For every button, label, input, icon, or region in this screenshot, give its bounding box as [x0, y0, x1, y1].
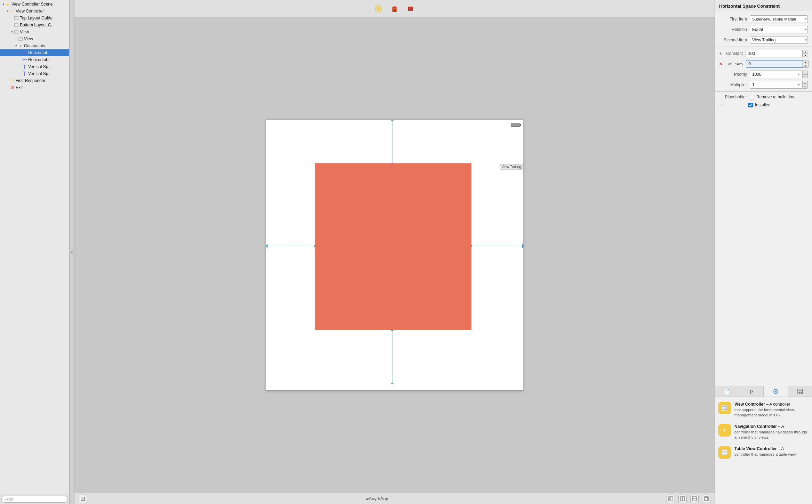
navigator-panel: ▶ View Controller Scene ⊙ View Controlle… — [0, 0, 70, 504]
film-icon-btn[interactable] — [405, 3, 416, 14]
toggle-constraints[interactable] — [14, 44, 18, 48]
battery-icon — [511, 123, 520, 127]
installed-row: + Installed — [715, 101, 812, 109]
svg-point-35 — [775, 391, 777, 392]
tree-item-view-child[interactable]: View — [0, 35, 69, 42]
nav-lib-text: Navigation Controller – A controller tha… — [734, 424, 809, 440]
drag-handle-icon: ❮ — [71, 250, 73, 254]
wc-hany-input[interactable] — [746, 60, 803, 68]
lib-tab-object[interactable] — [764, 386, 788, 397]
svg-rect-23 — [412, 9, 413, 10]
svg-rect-37 — [799, 390, 800, 391]
multiplier-stepper: ▴ ▾ — [802, 81, 808, 89]
view-trailing-label: View Trailing — [500, 164, 523, 170]
tree-item-vertical1[interactable]: Vertical Sp... — [0, 63, 69, 70]
tree-item-vc[interactable]: ⊙ View Controller — [0, 8, 69, 15]
first-item-control[interactable]: Superview.Trailing Margin ▾ — [750, 15, 808, 23]
constraint-right-line — [471, 246, 524, 246]
storyboard-icon-btn[interactable] — [79, 495, 87, 503]
wc-hany-minus-btn[interactable]: × — [719, 61, 722, 67]
view-parent-icon — [14, 30, 19, 34]
placeholder-row: Placeholder Remove at build time — [715, 93, 812, 101]
search-area — [0, 494, 69, 504]
divider2 — [715, 91, 812, 92]
tree-item-view-parent[interactable]: View — [0, 29, 69, 35]
wc-hany-row: × wC hAny ▴ ▾ — [715, 59, 812, 69]
installed-checkbox-label: Installed — [755, 103, 771, 107]
constant-label: Constant — [722, 51, 743, 56]
lib-tab-code[interactable]: {} — [739, 386, 764, 397]
svg-rect-22 — [412, 8, 413, 9]
library-items: View Controller – A controller that supp… — [715, 397, 812, 504]
wc-hany-label: wC hAny — [722, 62, 743, 66]
canvas-scroll[interactable]: View Trailing — [74, 17, 715, 493]
svg-rect-39 — [799, 392, 800, 393]
tree-item-bottom-layout[interactable]: Bottom Layout G... — [0, 22, 69, 29]
priority-stepper-up[interactable]: ▴ — [802, 71, 808, 74]
svg-rect-38 — [801, 390, 802, 391]
tree-item-vertical2[interactable]: Vertical Sp... — [0, 70, 69, 77]
lib-tab-file[interactable]: 📄 — [715, 386, 739, 397]
multiplier-control[interactable]: 1 ▾ — [750, 81, 802, 89]
lib-tab-media[interactable] — [788, 386, 812, 397]
relation-value: Equal — [752, 27, 763, 32]
layout-icon-btn2[interactable] — [678, 495, 687, 503]
drag-handle[interactable]: ❮ — [70, 0, 74, 504]
wc-hany-stepper-up[interactable]: ▴ — [803, 60, 809, 64]
installed-checkbox[interactable] — [748, 103, 753, 107]
multiplier-row: Multiplier 1 ▾ ▴ ▾ — [715, 80, 812, 90]
canvas-bottom-bar: wAny hAny — [74, 493, 715, 504]
priority-stepper-down[interactable]: ▾ — [802, 74, 808, 78]
svg-rect-36 — [798, 389, 803, 394]
layout-icon-btn4[interactable] — [702, 495, 710, 503]
lib-item-table-vc[interactable]: Table View Controller – A controller tha… — [715, 444, 812, 462]
constant-input[interactable] — [746, 50, 803, 57]
bottom-left-icons — [79, 495, 87, 503]
v-constraint2-icon — [22, 71, 27, 76]
svg-rect-20 — [408, 9, 409, 10]
tree-item-horizontal1[interactable]: Horizontal... — [0, 49, 69, 56]
constant-plus-btn[interactable]: + — [719, 51, 722, 56]
tree-item-horizontal2[interactable]: Horizontal... — [0, 56, 69, 63]
priority-control[interactable]: 1000 ▾ — [750, 71, 802, 78]
constant-stepper-down[interactable]: ▾ — [803, 54, 808, 57]
main-view-box[interactable] — [315, 163, 471, 330]
canvas-toolbar — [74, 0, 715, 17]
cube-icon-btn[interactable] — [389, 3, 400, 14]
table-lib-icon — [718, 446, 731, 459]
tree-item-exit[interactable]: ⊠ Exit — [0, 84, 69, 91]
tree-item-first-responder[interactable]: ⊙ First Responder — [0, 77, 69, 84]
circle-icon-btn[interactable] — [373, 3, 384, 14]
top-layout-icon — [14, 16, 19, 21]
relation-control[interactable]: Equal ▾ — [750, 26, 808, 33]
search-input[interactable] — [1, 496, 68, 503]
toggle-view-parent[interactable] — [10, 30, 14, 34]
svg-rect-0 — [15, 16, 18, 20]
tree-item-constraints[interactable]: ≡ Constraints — [0, 42, 69, 49]
vc-lib-icon — [718, 402, 731, 414]
svg-rect-18 — [408, 7, 409, 8]
layout-icon-btn3[interactable] — [690, 495, 699, 503]
installed-plus-btn[interactable]: + — [719, 102, 725, 108]
multiplier-stepper-down[interactable]: ▾ — [802, 85, 808, 89]
constant-stepper-up[interactable]: ▴ — [803, 50, 808, 54]
tree-item-top-layout[interactable]: Top Layout Guide — [0, 15, 69, 22]
lib-item-nav-controller[interactable]: Navigation Controller – A controller tha… — [715, 421, 812, 444]
svg-rect-16 — [393, 9, 396, 12]
toggle-vc[interactable] — [6, 9, 10, 13]
relation-arrow: ▾ — [805, 28, 807, 31]
placeholder-checkbox[interactable] — [750, 95, 754, 99]
h-constraint1-icon — [22, 50, 27, 55]
bottom-right-icons — [667, 495, 710, 503]
toggle-scene[interactable] — [1, 2, 6, 6]
constraint-top-line — [392, 120, 392, 163]
second-item-control[interactable]: View.Trailing ▾ — [750, 36, 808, 44]
layout-icon-btn1[interactable] — [667, 495, 675, 503]
second-item-row: Second Item View.Trailing ▾ — [715, 35, 812, 45]
lib-item-view-controller[interactable]: View Controller – A controller that supp… — [715, 399, 812, 421]
multiplier-stepper-up[interactable]: ▴ — [802, 81, 808, 85]
tree-item-scene[interactable]: ▶ View Controller Scene — [0, 1, 69, 8]
wc-hany-stepper-down[interactable]: ▾ — [803, 64, 809, 68]
multiplier-value: 1 — [752, 82, 755, 87]
constraint-left-tbar — [267, 244, 268, 248]
